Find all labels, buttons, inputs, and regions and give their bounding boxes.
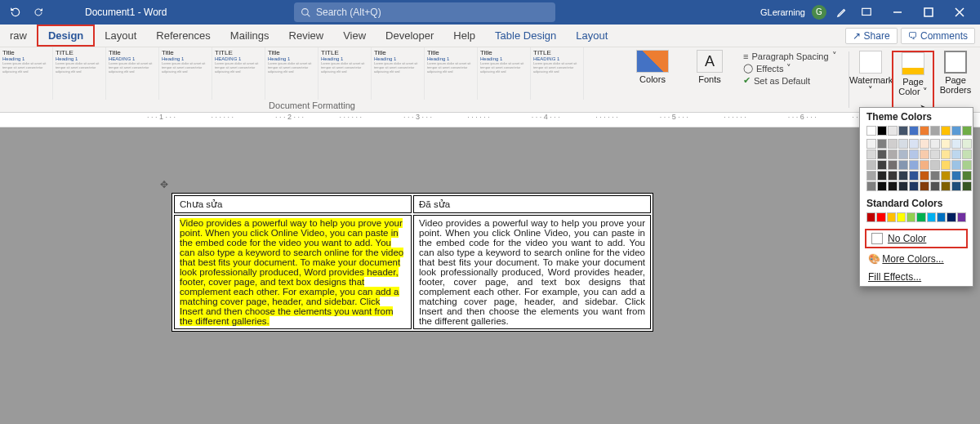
watermark-button[interactable]: Watermark˅ xyxy=(849,51,892,112)
color-swatch[interactable] xyxy=(898,171,908,181)
tab-help[interactable]: Help xyxy=(443,25,485,47)
table-header-2[interactable]: Đã sửa xyxy=(413,195,651,213)
table-cell-right[interactable]: Video provides a powerful way to help yo… xyxy=(413,215,651,329)
style-preview[interactable]: TITLEHeading 1Lorem ipsum dolor sit amet… xyxy=(53,47,106,100)
color-swatch[interactable] xyxy=(962,181,972,191)
colors-button[interactable]: Colors xyxy=(624,73,681,84)
tab-layout[interactable]: Layout xyxy=(95,25,146,47)
tab-table-design[interactable]: Table Design xyxy=(485,25,566,47)
tab-developer[interactable]: Developer xyxy=(376,25,443,47)
color-swatch[interactable] xyxy=(920,171,929,181)
redo-icon[interactable] xyxy=(29,3,47,21)
color-swatch[interactable] xyxy=(941,160,951,170)
table-header-1[interactable]: Chưa sửa xyxy=(174,195,412,213)
color-swatch[interactable] xyxy=(920,150,929,159)
color-swatch[interactable] xyxy=(877,150,887,159)
color-swatch[interactable] xyxy=(866,181,876,191)
color-swatch[interactable] xyxy=(957,212,966,222)
effects-button[interactable]: ◯Effects ˅ xyxy=(743,63,844,74)
color-swatch[interactable] xyxy=(898,160,908,170)
color-swatch[interactable] xyxy=(898,126,908,136)
color-swatch[interactable] xyxy=(898,150,908,159)
color-swatch[interactable] xyxy=(877,139,887,149)
style-preview[interactable]: TitleHeading 1Lorem ipsum dolor sit amet… xyxy=(425,47,478,100)
style-preview[interactable]: TITLEHeading 1Lorem ipsum dolor sit amet… xyxy=(318,47,372,100)
color-swatch[interactable] xyxy=(906,212,915,222)
color-swatch[interactable] xyxy=(888,160,898,170)
minimize-button[interactable] xyxy=(882,0,913,25)
style-preview[interactable]: TitleHeading 1Lorem ipsum dolor sit amet… xyxy=(478,47,531,100)
style-preview[interactable]: TitleHeading 1Lorem ipsum dolor sit amet… xyxy=(159,47,212,100)
color-swatch[interactable] xyxy=(951,139,961,149)
color-swatch[interactable] xyxy=(866,171,876,181)
tab-mailings[interactable]: Mailings xyxy=(220,25,279,47)
color-swatch[interactable] xyxy=(898,139,908,149)
style-preview[interactable]: TitleHEADING 1Lorem ipsum dolor sit amet… xyxy=(106,47,159,100)
tab-draw[interactable]: raw xyxy=(0,25,37,47)
color-swatch[interactable] xyxy=(877,126,887,136)
tab-references[interactable]: References xyxy=(146,25,220,47)
color-swatch[interactable] xyxy=(877,181,887,191)
color-swatch[interactable] xyxy=(887,212,896,222)
color-swatch[interactable] xyxy=(930,150,940,159)
color-swatch[interactable] xyxy=(947,212,956,222)
color-swatch[interactable] xyxy=(920,139,929,149)
ribbon-display-icon[interactable] xyxy=(858,3,875,21)
paragraph-spacing-button[interactable]: ≡Paragraph Spacing ˅ xyxy=(743,51,844,61)
style-preview[interactable]: TITLEHEADING 1Lorem ipsum dolor sit amet… xyxy=(531,47,584,100)
autosave-icon[interactable] xyxy=(7,3,24,21)
color-swatch[interactable] xyxy=(941,171,951,181)
more-colors-item[interactable]: 🎨 More Colors... xyxy=(860,250,973,268)
color-swatch[interactable] xyxy=(866,139,876,149)
color-swatch[interactable] xyxy=(941,181,951,191)
color-swatch[interactable] xyxy=(909,150,919,159)
share-button[interactable]: ↗ Share xyxy=(845,28,897,44)
color-swatch[interactable] xyxy=(930,171,940,181)
color-swatch[interactable] xyxy=(866,126,876,136)
colors-button-icon[interactable] xyxy=(636,50,669,73)
color-swatch[interactable] xyxy=(866,150,876,159)
color-swatch[interactable] xyxy=(888,139,898,149)
color-swatch[interactable] xyxy=(927,212,936,222)
tab-review[interactable]: Review xyxy=(279,25,334,47)
pen-icon[interactable] xyxy=(833,3,851,21)
color-swatch[interactable] xyxy=(930,126,940,136)
style-preview[interactable]: TITLEHEADING 1Lorem ipsum dolor sit amet… xyxy=(212,47,265,100)
color-swatch[interactable] xyxy=(962,139,972,149)
comments-button[interactable]: 🗨 Comments xyxy=(901,28,975,44)
style-gallery[interactable]: TitleHeading 1Lorem ipsum dolor sit amet… xyxy=(0,47,624,100)
color-swatch[interactable] xyxy=(920,126,929,136)
color-swatch[interactable] xyxy=(930,139,940,149)
color-swatch[interactable] xyxy=(951,181,961,191)
table-cell-left[interactable]: Video provides a powerful way to help yo… xyxy=(174,215,412,329)
style-preview[interactable]: TitleHeading 1Lorem ipsum dolor sit amet… xyxy=(372,47,425,100)
color-swatch[interactable] xyxy=(909,181,919,191)
fonts-button[interactable]: Fonts xyxy=(681,73,738,84)
color-swatch[interactable] xyxy=(930,181,940,191)
color-swatch[interactable] xyxy=(909,171,919,181)
color-swatch[interactable] xyxy=(897,212,906,222)
color-swatch[interactable] xyxy=(888,126,898,136)
color-swatch[interactable] xyxy=(920,181,929,191)
color-swatch[interactable] xyxy=(888,181,898,191)
style-preview[interactable]: TitleHeading 1Lorem ipsum dolor sit amet… xyxy=(0,47,53,100)
color-swatch[interactable] xyxy=(877,171,887,181)
color-swatch[interactable] xyxy=(920,160,929,170)
page-borders-button[interactable]: Page Borders xyxy=(934,51,977,112)
document-table[interactable]: Chưa sửa Đã sửa Video provides a powerfu… xyxy=(172,193,653,332)
color-swatch[interactable] xyxy=(962,171,972,181)
color-swatch[interactable] xyxy=(941,139,951,149)
avatar[interactable]: G xyxy=(812,5,826,20)
color-swatch[interactable] xyxy=(888,150,898,159)
color-swatch[interactable] xyxy=(866,160,876,170)
set-as-default-button[interactable]: ✔Set as Default xyxy=(743,75,844,86)
search-input[interactable]: Search (Alt+Q) xyxy=(294,2,555,22)
tab-design[interactable]: Design xyxy=(37,25,95,47)
color-swatch[interactable] xyxy=(962,126,972,136)
color-swatch[interactable] xyxy=(951,160,961,170)
close-button[interactable] xyxy=(944,0,975,25)
color-swatch[interactable] xyxy=(866,212,875,222)
color-swatch[interactable] xyxy=(951,171,961,181)
color-swatch[interactable] xyxy=(941,150,951,159)
tab-view[interactable]: View xyxy=(333,25,376,47)
